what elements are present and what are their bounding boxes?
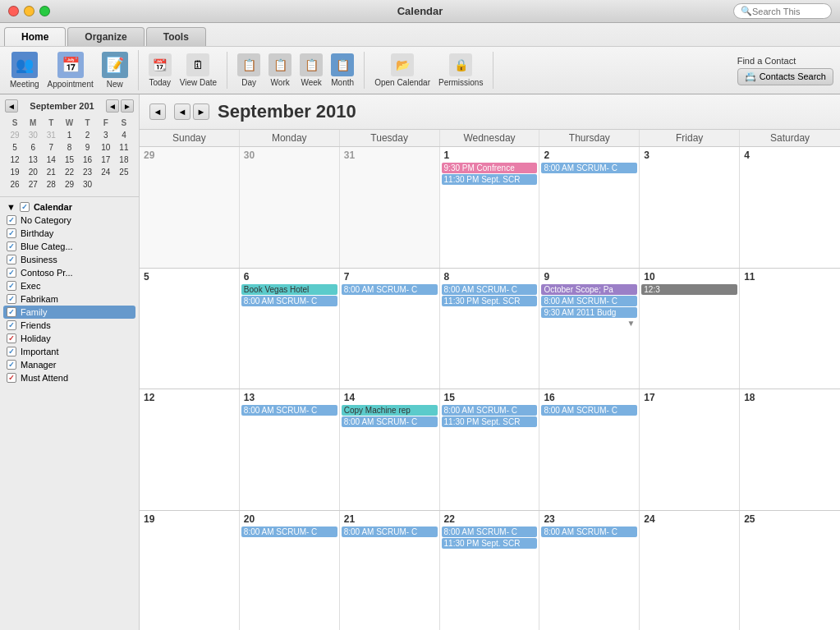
mini-cal-day[interactable]: 25: [116, 167, 132, 177]
calendar-cell-1-6[interactable]: 11: [740, 269, 840, 389]
mini-cal-day[interactable]: 29: [61, 179, 77, 190]
calendar-cell-0-3[interactable]: 19:30 PM Confrence11:30 PM Sept. SCR: [440, 147, 540, 268]
search-input[interactable]: [752, 7, 826, 16]
maximize-button[interactable]: [39, 6, 50, 16]
mini-cal-day[interactable]: 27: [25, 179, 41, 190]
event-3-2-0[interactable]: 8:00 AM SCRUM- C: [342, 527, 438, 537]
checkbox-must-attend[interactable]: ✓: [7, 373, 16, 383]
mini-cal-day[interactable]: [98, 179, 114, 190]
event-1-4-1[interactable]: 8:00 AM SCRUM- C: [541, 296, 637, 306]
calendar-cell-1-5[interactable]: 1012:3: [640, 269, 740, 389]
mini-cal-day[interactable]: 5: [7, 142, 23, 153]
checkbox-blue-categ[interactable]: ✓: [7, 241, 16, 251]
checkbox-friends[interactable]: ✓: [7, 320, 16, 330]
calendar-list-item-exec[interactable]: ✓Exec: [3, 279, 135, 292]
event-2-1-0[interactable]: 8:00 AM SCRUM- C: [241, 405, 337, 416]
appointment-button[interactable]: 📅 Appointment: [44, 50, 97, 90]
calendar-cell-3-1[interactable]: 208:00 AM SCRUM- C: [240, 511, 340, 631]
calendar-list-item-birthday[interactable]: ✓Birthday: [3, 227, 135, 240]
tab-organize[interactable]: Organize: [67, 27, 144, 46]
mini-cal-prev[interactable]: ◄: [5, 99, 18, 113]
calendar-list-item-fabrikam[interactable]: ✓Fabrikam: [3, 292, 135, 306]
mini-cal-day[interactable]: 28: [43, 179, 59, 190]
calendar-list-item-holiday[interactable]: ✓Holiday: [3, 332, 135, 345]
mini-cal-day[interactable]: 29: [7, 130, 23, 140]
mini-cal-day[interactable]: 11: [116, 142, 132, 153]
mini-cal-day[interactable]: 31: [43, 130, 59, 140]
mini-cal-day[interactable]: 3: [98, 130, 114, 140]
open-calendar-button[interactable]: 📂 Open Calendar: [371, 52, 434, 89]
mini-cal-day[interactable]: 21: [43, 167, 59, 177]
event-1-4-2[interactable]: 9:30 AM 2011 Budg: [541, 307, 637, 318]
calendar-cell-1-4[interactable]: 9October Scope; Pa8:00 AM SCRUM- C9:30 A…: [539, 269, 640, 389]
calendar-cell-3-4[interactable]: 238:00 AM SCRUM- C: [539, 511, 640, 631]
work-view-button[interactable]: 📋 Work: [265, 52, 295, 89]
mini-cal-back[interactable]: ◄: [106, 99, 119, 113]
mini-cal-day[interactable]: 14: [43, 154, 59, 165]
tab-home[interactable]: Home: [4, 27, 66, 46]
close-button[interactable]: [8, 6, 19, 16]
checkbox-holiday[interactable]: ✓: [7, 333, 16, 343]
checkbox-no-category[interactable]: ✓: [7, 215, 16, 225]
mini-cal-day[interactable]: 9: [80, 142, 96, 153]
event-2-2-1[interactable]: 8:00 AM SCRUM- C: [342, 416, 438, 427]
event-0-3-0[interactable]: 9:30 PM Confrence: [442, 163, 538, 173]
calendar-cell-1-1[interactable]: 6Book Vegas Hotel8:00 AM SCRUM- C: [240, 269, 340, 389]
event-0-3-1[interactable]: 11:30 PM Sept. SCR: [442, 174, 538, 185]
calendar-cell-1-2[interactable]: 78:00 AM SCRUM- C: [340, 269, 440, 389]
tab-tools[interactable]: Tools: [146, 27, 206, 46]
event-1-3-1[interactable]: 11:30 PM Sept. SCR: [442, 296, 538, 306]
event-2-3-0[interactable]: 8:00 AM SCRUM- C: [442, 405, 538, 416]
view-date-button[interactable]: 🗓 View Date: [177, 52, 220, 89]
calendar-list-item-manager[interactable]: ✓Manager: [3, 358, 135, 371]
event-3-3-1[interactable]: 11:30 PM Sept. SCR: [442, 538, 538, 549]
event-1-5-0[interactable]: 12:3: [641, 284, 737, 295]
mini-cal-day[interactable]: 23: [80, 167, 96, 177]
mini-cal-day[interactable]: [116, 179, 132, 190]
minimize-button[interactable]: [24, 6, 34, 16]
calendar-cell-0-5[interactable]: 3: [640, 147, 740, 268]
mini-cal-fwd[interactable]: ►: [121, 99, 134, 113]
event-2-4-0[interactable]: 8:00 AM SCRUM- C: [541, 405, 637, 416]
calendar-cell-2-1[interactable]: 138:00 AM SCRUM- C: [240, 389, 340, 510]
calendar-cell-2-3[interactable]: 158:00 AM SCRUM- C11:30 PM Sept. SCR: [440, 389, 540, 510]
event-3-3-0[interactable]: 8:00 AM SCRUM- C: [442, 527, 538, 537]
month-view-button[interactable]: 📋 Month: [328, 52, 357, 89]
checkbox-exec[interactable]: ✓: [7, 281, 16, 291]
calendar-cell-0-1[interactable]: 30: [240, 147, 340, 268]
mini-cal-day[interactable]: 12: [7, 154, 23, 165]
cal-nav-fwd[interactable]: ►: [193, 103, 209, 120]
mini-cal-day[interactable]: 18: [116, 154, 132, 165]
cal-nav-back[interactable]: ◄: [174, 103, 190, 120]
calendar-cell-3-0[interactable]: 19: [140, 511, 240, 631]
cal-prev-month[interactable]: ◄: [149, 103, 166, 120]
event-3-4-0[interactable]: 8:00 AM SCRUM- C: [541, 527, 637, 537]
event-2-3-1[interactable]: 11:30 PM Sept. SCR: [442, 416, 538, 427]
event-3-1-0[interactable]: 8:00 AM SCRUM- C: [241, 527, 337, 537]
calendar-list-item-contoso[interactable]: ✓Contoso Pr...: [3, 266, 135, 279]
mini-cal-day[interactable]: 8: [61, 142, 77, 153]
mini-cal-day[interactable]: 6: [25, 142, 41, 153]
calendar-list-item-blue-categ[interactable]: ✓Blue Categ...: [3, 240, 135, 253]
calendar-cell-1-0[interactable]: 5: [140, 269, 240, 389]
mini-cal-day[interactable]: 2: [80, 130, 96, 140]
mini-cal-day[interactable]: 4: [116, 130, 132, 140]
calendar-cell-2-0[interactable]: 12: [140, 389, 240, 510]
mini-cal-day[interactable]: 17: [98, 154, 114, 165]
calendar-cell-3-5[interactable]: 24: [640, 511, 740, 631]
calendar-cell-2-6[interactable]: 18: [740, 389, 840, 510]
checkbox-fabrikam[interactable]: ✓: [7, 294, 16, 304]
checkbox-birthday[interactable]: ✓: [7, 228, 16, 238]
calendar-list-item-must-attend[interactable]: ✓Must Attend: [3, 371, 135, 384]
checkbox-contoso[interactable]: ✓: [7, 268, 16, 278]
mini-cal-day[interactable]: 22: [61, 167, 77, 177]
mini-cal-day[interactable]: 1: [61, 130, 77, 140]
search-box[interactable]: 🔍: [733, 3, 832, 19]
calendar-parent-checkbox[interactable]: ✓: [20, 202, 30, 212]
mini-cal-day[interactable]: 30: [25, 130, 41, 140]
checkbox-manager[interactable]: ✓: [7, 360, 16, 370]
mini-cal-day[interactable]: 26: [7, 179, 23, 190]
calendar-list-item-family[interactable]: ✓Family: [3, 306, 135, 319]
calendar-cell-0-6[interactable]: 4: [740, 147, 840, 268]
mini-cal-day[interactable]: 24: [98, 167, 114, 177]
